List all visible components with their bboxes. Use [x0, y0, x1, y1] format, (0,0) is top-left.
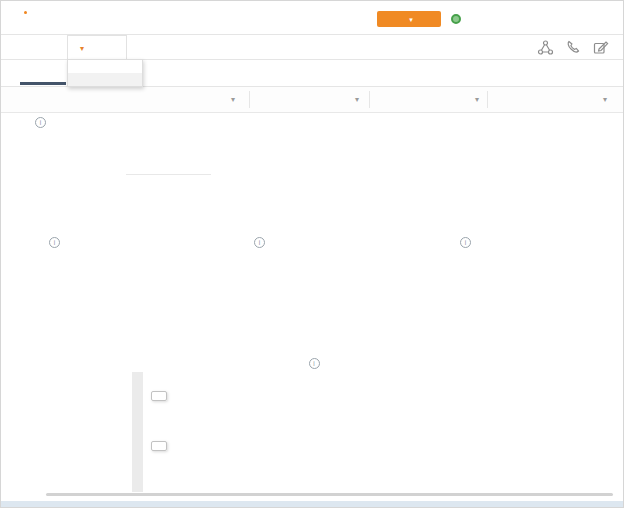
- isps-donut[interactable]: [427, 253, 519, 345]
- quality-monitor-donut[interactable]: [19, 134, 107, 222]
- info-icon[interactable]: [35, 117, 46, 128]
- menu-item-historical-reports[interactable]: [68, 60, 142, 73]
- endpoints-title: [45, 236, 60, 248]
- reports-dropdown-menu: [67, 59, 143, 87]
- network-icon[interactable]: [537, 39, 554, 56]
- endpoints-donut[interactable]: [18, 253, 110, 345]
- chart-baseline-scrollbar[interactable]: [46, 493, 613, 496]
- bottom-strip: [1, 501, 623, 507]
- quality-tooltip: [151, 391, 167, 401]
- outbound-stat: [169, 184, 225, 187]
- info-icon[interactable]: [254, 237, 265, 248]
- header-links: [601, 14, 607, 24]
- compose-report-icon[interactable]: [592, 39, 609, 56]
- reports-dropdown-trigger[interactable]: [67, 35, 127, 59]
- info-icon[interactable]: [49, 237, 60, 248]
- tab-overview-underline: [20, 82, 66, 85]
- filter-divider: [249, 91, 250, 108]
- chevron-down-icon[interactable]: ▾: [475, 95, 479, 104]
- filter-divider: [369, 91, 370, 108]
- total-calls-stat: [124, 137, 212, 140]
- admin-portal-button[interactable]: [377, 11, 441, 27]
- filter-bar: [1, 87, 623, 113]
- phone-icon[interactable]: [565, 39, 582, 56]
- chevron-down-icon[interactable]: ▾: [603, 95, 607, 104]
- donut-hole: [454, 280, 492, 318]
- info-icon[interactable]: [309, 358, 320, 369]
- chevron-down-icon: [77, 42, 84, 53]
- inbound-stat: [119, 184, 169, 187]
- qos-dashboard: ▾ ▾ ▾ ▾: [0, 0, 624, 508]
- codecs-title: [250, 236, 265, 248]
- isps-title: [456, 236, 471, 248]
- quality-monitor-title: [31, 116, 46, 128]
- codecs-donut[interactable]: [223, 253, 315, 345]
- chevron-down-icon[interactable]: ▾: [355, 95, 359, 104]
- good-quality-line-chart[interactable]: [46, 373, 613, 431]
- volume-bar-chart[interactable]: [46, 431, 613, 493]
- chevron-down-icon[interactable]: ▾: [231, 95, 235, 104]
- donut-hole: [45, 280, 83, 318]
- ringcentral-logo: [23, 10, 27, 27]
- donut-hole: [31, 146, 95, 210]
- presence-status-icon[interactable]: [451, 14, 461, 24]
- menu-item-quality-of-service[interactable]: [68, 73, 142, 86]
- volume-tooltip: [151, 441, 167, 451]
- logo-trademark-dot: [24, 11, 27, 14]
- donut-hole: [250, 280, 288, 318]
- stats-divider: [126, 174, 211, 175]
- filter-divider: [487, 91, 488, 108]
- quality-vs-volume-title: [1, 357, 623, 369]
- info-icon[interactable]: [460, 237, 471, 248]
- chevron-down-icon: [409, 14, 413, 24]
